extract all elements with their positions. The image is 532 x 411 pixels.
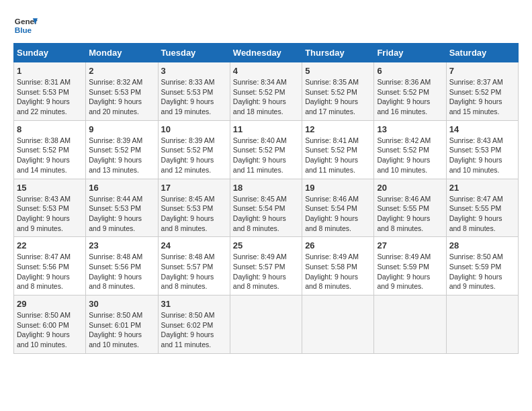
day-number: 8 — [17, 124, 83, 134]
day-number: 19 — [305, 183, 371, 193]
calendar-cell: 8 Sunrise: 8:38 AMSunset: 5:52 PMDayligh… — [14, 120, 86, 179]
day-detail: Sunrise: 8:42 AMSunset: 5:52 PMDaylight:… — [377, 136, 443, 175]
day-number: 20 — [377, 183, 443, 193]
calendar-cell: 18 Sunrise: 8:45 AMSunset: 5:54 PMDaylig… — [230, 179, 302, 237]
calendar-cell: 5 Sunrise: 8:35 AMSunset: 5:52 PMDayligh… — [302, 62, 374, 121]
calendar-cell: 22 Sunrise: 8:47 AMSunset: 5:56 PMDaylig… — [14, 237, 86, 295]
calendar-cell: 19 Sunrise: 8:46 AMSunset: 5:54 PMDaylig… — [302, 179, 374, 237]
day-number: 22 — [17, 240, 83, 250]
day-detail: Sunrise: 8:49 AMSunset: 5:57 PMDaylight:… — [233, 252, 299, 291]
day-number: 23 — [89, 240, 154, 250]
day-number: 15 — [17, 183, 83, 193]
day-number: 21 — [449, 183, 515, 193]
calendar-cell: 1 Sunrise: 8:31 AMSunset: 5:53 PMDayligh… — [14, 62, 86, 121]
day-detail: Sunrise: 8:47 AMSunset: 5:55 PMDaylight:… — [449, 194, 515, 234]
calendar-header-row: SundayMondayTuesdayWednesdayThursdayFrid… — [14, 44, 519, 62]
calendar-cell: 27 Sunrise: 8:49 AMSunset: 5:59 PMDaylig… — [374, 237, 446, 295]
day-detail: Sunrise: 8:50 AMSunset: 6:02 PMDaylight:… — [161, 310, 227, 350]
day-detail: Sunrise: 8:32 AMSunset: 5:53 PMDaylight:… — [89, 77, 154, 117]
day-detail: Sunrise: 8:39 AMSunset: 5:52 PMDaylight:… — [161, 136, 227, 175]
day-number: 16 — [89, 183, 154, 193]
day-detail: Sunrise: 8:45 AMSunset: 5:53 PMDaylight:… — [161, 194, 227, 234]
day-number: 29 — [17, 299, 83, 309]
day-detail: Sunrise: 8:48 AMSunset: 5:57 PMDaylight:… — [161, 252, 227, 291]
day-detail: Sunrise: 8:35 AMSunset: 5:52 PMDaylight:… — [305, 77, 371, 117]
calendar-week-row: 1 Sunrise: 8:31 AMSunset: 5:53 PMDayligh… — [14, 62, 519, 121]
calendar-cell — [230, 295, 302, 354]
calendar-cell: 12 Sunrise: 8:41 AMSunset: 5:52 PMDaylig… — [302, 120, 374, 179]
calendar-cell: 23 Sunrise: 8:48 AMSunset: 5:56 PMDaylig… — [86, 237, 158, 295]
day-detail: Sunrise: 8:50 AMSunset: 6:00 PMDaylight:… — [17, 310, 83, 350]
day-detail: Sunrise: 8:44 AMSunset: 5:53 PMDaylight:… — [89, 194, 154, 234]
day-of-week-header: Thursday — [302, 44, 374, 62]
calendar-cell: 30 Sunrise: 8:50 AMSunset: 6:01 PMDaylig… — [86, 295, 158, 354]
calendar-cell: 31 Sunrise: 8:50 AMSunset: 6:02 PMDaylig… — [158, 295, 230, 354]
calendar-cell: 11 Sunrise: 8:40 AMSunset: 5:52 PMDaylig… — [230, 120, 302, 179]
calendar-cell: 20 Sunrise: 8:46 AMSunset: 5:55 PMDaylig… — [374, 179, 446, 237]
day-number: 27 — [377, 240, 443, 250]
day-number: 2 — [89, 66, 154, 76]
day-detail: Sunrise: 8:34 AMSunset: 5:52 PMDaylight:… — [233, 77, 299, 117]
day-number: 7 — [449, 66, 515, 76]
day-number: 5 — [305, 66, 371, 76]
day-detail: Sunrise: 8:49 AMSunset: 5:58 PMDaylight:… — [305, 252, 371, 291]
logo-icon: General Blue — [13, 13, 38, 38]
day-detail: Sunrise: 8:38 AMSunset: 5:52 PMDaylight:… — [17, 136, 83, 175]
day-of-week-header: Wednesday — [230, 44, 302, 62]
day-detail: Sunrise: 8:36 AMSunset: 5:52 PMDaylight:… — [377, 77, 443, 117]
day-detail: Sunrise: 8:50 AMSunset: 6:01 PMDaylight:… — [89, 310, 154, 350]
day-detail: Sunrise: 8:46 AMSunset: 5:55 PMDaylight:… — [377, 194, 443, 234]
day-number: 18 — [233, 183, 299, 193]
day-number: 4 — [233, 66, 299, 76]
day-detail: Sunrise: 8:45 AMSunset: 5:54 PMDaylight:… — [233, 194, 299, 234]
day-detail: Sunrise: 8:49 AMSunset: 5:59 PMDaylight:… — [377, 252, 443, 291]
day-detail: Sunrise: 8:33 AMSunset: 5:53 PMDaylight:… — [161, 77, 227, 117]
day-number: 6 — [377, 66, 443, 76]
day-number: 12 — [305, 124, 371, 134]
calendar-cell: 17 Sunrise: 8:45 AMSunset: 5:53 PMDaylig… — [158, 179, 230, 237]
day-number: 30 — [89, 299, 154, 309]
calendar-cell: 21 Sunrise: 8:47 AMSunset: 5:55 PMDaylig… — [446, 179, 518, 237]
calendar-cell: 2 Sunrise: 8:32 AMSunset: 5:53 PMDayligh… — [86, 62, 158, 121]
calendar-cell: 14 Sunrise: 8:43 AMSunset: 5:53 PMDaylig… — [446, 120, 518, 179]
day-of-week-header: Sunday — [14, 44, 86, 62]
day-of-week-header: Tuesday — [158, 44, 230, 62]
calendar-cell: 16 Sunrise: 8:44 AMSunset: 5:53 PMDaylig… — [86, 179, 158, 237]
calendar-cell: 4 Sunrise: 8:34 AMSunset: 5:52 PMDayligh… — [230, 62, 302, 121]
calendar-cell: 24 Sunrise: 8:48 AMSunset: 5:57 PMDaylig… — [158, 237, 230, 295]
calendar-cell: 25 Sunrise: 8:49 AMSunset: 5:57 PMDaylig… — [230, 237, 302, 295]
calendar-week-row: 22 Sunrise: 8:47 AMSunset: 5:56 PMDaylig… — [14, 237, 519, 295]
day-number: 26 — [305, 240, 371, 250]
calendar-cell — [446, 295, 518, 354]
day-of-week-header: Friday — [374, 44, 446, 62]
day-detail: Sunrise: 8:47 AMSunset: 5:56 PMDaylight:… — [17, 252, 83, 291]
day-of-week-header: Saturday — [446, 44, 518, 62]
day-detail: Sunrise: 8:50 AMSunset: 5:59 PMDaylight:… — [449, 252, 515, 291]
calendar-week-row: 29 Sunrise: 8:50 AMSunset: 6:00 PMDaylig… — [14, 295, 519, 354]
day-number: 10 — [161, 124, 227, 134]
day-detail: Sunrise: 8:37 AMSunset: 5:52 PMDaylight:… — [449, 77, 515, 117]
day-number: 1 — [17, 66, 83, 76]
day-detail: Sunrise: 8:39 AMSunset: 5:52 PMDaylight:… — [89, 136, 154, 175]
day-number: 9 — [89, 124, 154, 134]
calendar-cell: 9 Sunrise: 8:39 AMSunset: 5:52 PMDayligh… — [86, 120, 158, 179]
day-detail: Sunrise: 8:43 AMSunset: 5:53 PMDaylight:… — [17, 194, 83, 234]
day-number: 24 — [161, 240, 227, 250]
day-detail: Sunrise: 8:48 AMSunset: 5:56 PMDaylight:… — [89, 252, 154, 291]
day-number: 11 — [233, 124, 299, 134]
calendar-cell: 15 Sunrise: 8:43 AMSunset: 5:53 PMDaylig… — [14, 179, 86, 237]
day-number: 14 — [449, 124, 515, 134]
svg-text:Blue: Blue — [15, 26, 32, 34]
calendar-cell — [374, 295, 446, 354]
day-detail: Sunrise: 8:41 AMSunset: 5:52 PMDaylight:… — [305, 136, 371, 175]
day-of-week-header: Monday — [86, 44, 158, 62]
calendar-cell: 29 Sunrise: 8:50 AMSunset: 6:00 PMDaylig… — [14, 295, 86, 354]
day-number: 17 — [161, 183, 227, 193]
day-number: 3 — [161, 66, 227, 76]
calendar-cell: 3 Sunrise: 8:33 AMSunset: 5:53 PMDayligh… — [158, 62, 230, 121]
calendar-cell — [302, 295, 374, 354]
calendar-table: SundayMondayTuesdayWednesdayThursdayFrid… — [13, 43, 519, 354]
day-number: 31 — [161, 299, 227, 309]
calendar-cell: 6 Sunrise: 8:36 AMSunset: 5:52 PMDayligh… — [374, 62, 446, 121]
day-detail: Sunrise: 8:46 AMSunset: 5:54 PMDaylight:… — [305, 194, 371, 234]
